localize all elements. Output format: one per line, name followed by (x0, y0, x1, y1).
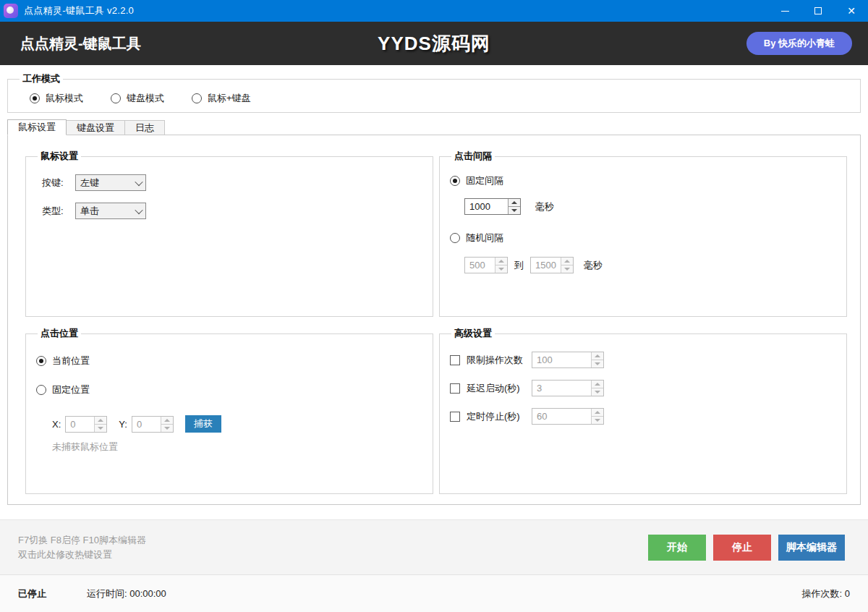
x-coordinate-value: 0 (66, 417, 94, 432)
click-interval-legend: 点击间隔 (451, 150, 495, 163)
spin-down-button[interactable] (161, 424, 173, 432)
minimize-button[interactable] (768, 0, 801, 22)
maximize-button[interactable] (801, 0, 835, 22)
script-editor-button[interactable]: 脚本编辑器 (778, 535, 845, 561)
hotkey-line2: 双击此处修改热键设置 (18, 548, 146, 562)
advanced-settings-group: 高级设置 限制操作次数 100 延迟启动(秒) (439, 327, 847, 494)
arrow-up-icon (564, 260, 570, 263)
click-type-value: 单击 (76, 205, 132, 218)
fixed-interval-value-row: 1000 毫秒 (464, 198, 838, 215)
spinner-buttons (591, 352, 603, 367)
click-position-group: 点击位置 当前位置 固定位置 X: 0 (25, 327, 433, 494)
hotkey-line1: F7切换 F8启停 F10脚本编辑器 (18, 533, 146, 548)
y-coordinate-spinner[interactable]: 0 (132, 416, 174, 433)
tab-mouse-settings[interactable]: 鼠标设置 (7, 119, 67, 135)
radio-keyboard-mode[interactable]: 键盘模式 (111, 92, 164, 105)
spin-down-button[interactable] (509, 206, 520, 214)
chevron-down-icon (132, 175, 145, 190)
byline-button[interactable]: By 快乐的小青蛙 (746, 32, 852, 55)
window-title: 点点精灵-键鼠工具 v2.2.0 (24, 4, 134, 17)
click-type-select[interactable]: 单击 (75, 203, 146, 219)
spin-up-button[interactable] (509, 199, 520, 206)
mouse-button-row: 按键: 左键 (42, 174, 424, 191)
spinner-buttons (161, 417, 173, 432)
radio-label: 键盘模式 (127, 92, 164, 105)
mouse-button-select[interactable]: 左键 (75, 174, 146, 191)
limit-count-row: 限制操作次数 100 (450, 352, 838, 368)
timed-stop-checkbox[interactable] (450, 412, 460, 422)
delay-start-spinner[interactable]: 3 (532, 380, 604, 396)
titlebar: 点点精灵-键鼠工具 v2.2.0 ✕ (0, 0, 868, 22)
radio-label: 随机间隔 (466, 231, 503, 245)
spinner-buttons (561, 258, 573, 273)
spin-up-button[interactable] (592, 381, 603, 388)
timed-stop-row: 定时停止(秒) 60 (450, 408, 838, 425)
tab-keyboard-settings[interactable]: 键盘设置 (67, 120, 125, 135)
fixed-interval-row: 固定间隔 (450, 174, 838, 189)
arrow-up-icon (511, 201, 517, 204)
random-min-value: 500 (465, 258, 495, 273)
timed-stop-spinner[interactable]: 60 (532, 408, 604, 425)
close-button[interactable]: ✕ (835, 0, 868, 22)
spin-up-button[interactable] (161, 417, 173, 424)
spin-down-button[interactable] (592, 360, 603, 367)
radio-icon (36, 356, 46, 366)
delay-start-checkbox[interactable] (450, 383, 460, 394)
spin-down-button[interactable] (561, 265, 573, 273)
arrow-up-icon (498, 260, 504, 263)
spinner-buttons (591, 381, 603, 396)
random-interval-row: 随机间隔 (450, 231, 838, 246)
spin-down-button[interactable] (95, 424, 106, 432)
radio-current-position[interactable]: 当前位置 (36, 354, 90, 367)
arrow-up-icon (98, 419, 103, 422)
status-runtime: 运行时间: 00:00:00 (87, 587, 166, 600)
spin-up-button[interactable] (592, 409, 603, 416)
spin-up-button[interactable] (495, 258, 507, 265)
click-position-legend: 点击位置 (38, 327, 81, 340)
limit-count-spinner[interactable]: 100 (532, 352, 604, 368)
hotkey-info[interactable]: F7切换 F8启停 F10脚本编辑器 双击此处修改热键设置 (18, 533, 146, 562)
maximize-icon (814, 7, 822, 14)
delay-start-label: 延迟启动(秒) (467, 382, 532, 395)
spin-up-button[interactable] (95, 417, 106, 424)
spin-down-button[interactable] (592, 388, 603, 396)
to-label: 到 (514, 259, 524, 272)
arrow-down-icon (595, 419, 600, 422)
radio-fixed-position[interactable]: 固定位置 (36, 383, 90, 396)
random-max-value: 1500 (531, 258, 561, 273)
spin-down-button[interactable] (592, 416, 603, 424)
radio-label: 当前位置 (52, 354, 90, 367)
work-mode-legend: 工作模式 (20, 72, 63, 85)
delay-start-value: 3 (532, 381, 591, 396)
stop-button[interactable]: 停止 (713, 535, 771, 561)
advanced-settings-legend: 高级设置 (451, 327, 495, 340)
tab-log[interactable]: 日志 (125, 120, 165, 135)
spin-up-button[interactable] (561, 258, 573, 265)
spin-up-button[interactable] (592, 352, 603, 360)
spinner-buttons (94, 417, 106, 432)
app-icon (4, 4, 18, 18)
radio-label: 固定位置 (52, 383, 90, 396)
radio-mouse-keyboard-mode[interactable]: 鼠标+键盘 (192, 92, 251, 105)
random-interval-unit: 毫秒 (584, 259, 603, 272)
status-operation-count: 操作次数: 0 (802, 587, 850, 600)
spinner-buttons (495, 258, 507, 273)
limit-count-checkbox[interactable] (450, 355, 460, 365)
app-title: 点点精灵-键鼠工具 (20, 34, 141, 54)
limit-count-value: 100 (532, 352, 591, 367)
x-coordinate-spinner[interactable]: 0 (65, 416, 107, 433)
fixed-interval-spinner[interactable]: 1000 (464, 198, 521, 215)
radio-mouse-mode[interactable]: 鼠标模式 (30, 92, 83, 105)
capture-button[interactable]: 捕获 (185, 415, 221, 433)
y-coordinate-value: 0 (132, 417, 161, 432)
random-max-spinner[interactable]: 1500 (530, 257, 574, 273)
start-button[interactable]: 开始 (648, 535, 706, 561)
radio-random-interval[interactable]: 随机间隔 (450, 231, 503, 245)
fixed-position-row: 固定位置 (36, 383, 424, 398)
random-min-spinner[interactable]: 500 (464, 257, 508, 273)
radio-fixed-interval[interactable]: 固定间隔 (450, 174, 503, 187)
status-state: 已停止 (18, 587, 46, 600)
click-interval-group: 点击间隔 固定间隔 1000 毫秒 (439, 150, 847, 317)
spin-down-button[interactable] (495, 265, 507, 273)
random-interval-value-row: 500 到 1500 毫秒 (464, 257, 838, 273)
